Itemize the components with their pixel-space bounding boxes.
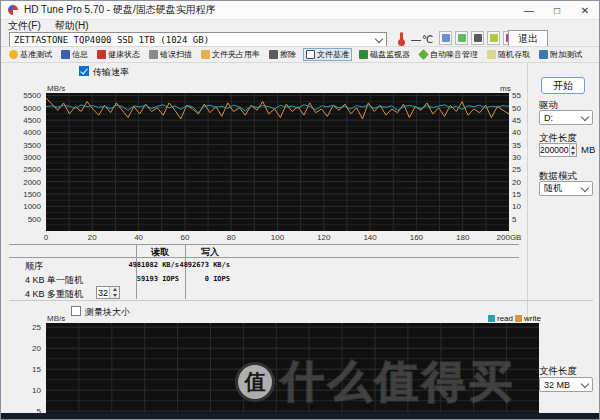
extra-tests-icon: [539, 50, 548, 59]
table-border: [185, 244, 186, 299]
maximize-button[interactable]: □: [543, 1, 571, 19]
x-axis-tick-label: 160: [410, 233, 423, 242]
menu-file[interactable]: 文件(F): [1, 19, 48, 33]
stepper-arrows[interactable]: [109, 287, 119, 298]
toolbar-item-erase[interactable]: 擦除: [267, 48, 298, 61]
toolbar-item-benchmark[interactable]: 基准测试: [7, 48, 54, 61]
y-axis-right-tick-label: 50: [512, 104, 521, 113]
toolbar-item-health[interactable]: 健康状态: [95, 48, 142, 61]
hd-tune-window: HD Tune Pro 5.70 - 硬盘/固态硬盘实用程序 — □ ✕ 文件(…: [0, 0, 600, 420]
save-button[interactable]: [487, 31, 500, 45]
toolbar-item-random-access[interactable]: 随机存取: [485, 48, 532, 61]
chevron-down-icon: [375, 34, 383, 42]
table-header-read: 读取: [138, 246, 182, 259]
transfer-rate-chart: [46, 93, 509, 231]
main-chart-y-left-unit: MB/s: [47, 84, 65, 93]
legend-read: read: [488, 314, 513, 323]
y-axis-right-tick-label: 5: [512, 215, 516, 224]
y-axis-tick-label: 2500: [23, 165, 41, 174]
save-icon: [490, 34, 498, 42]
exit-button[interactable]: 退出: [508, 30, 548, 47]
y-axis-tick-label: 3500: [23, 141, 41, 150]
device-icon-buttons: [439, 31, 516, 45]
toolbar-item-file-benchmark[interactable]: 文件基准: [303, 48, 352, 61]
x-axis-tick-label: 120: [317, 233, 330, 242]
close-button[interactable]: ✕: [571, 1, 599, 19]
y-axis-right-tick-label: 25: [512, 165, 521, 174]
sequential-read-value: 4981082 KB/s: [128, 261, 179, 269]
drive-dropdown-value: D:: [544, 113, 553, 123]
data-mode-dropdown[interactable]: 随机: [539, 181, 593, 196]
toolbar-item-label: 随机存取: [498, 49, 530, 60]
copy-text-button[interactable]: [439, 31, 452, 45]
chevron-down-icon: [581, 112, 589, 120]
minimize-button[interactable]: —: [515, 1, 543, 19]
y-axis-tick-label: 5500: [23, 91, 41, 100]
random-access-icon: [487, 50, 496, 59]
toolbar-item-extra-tests[interactable]: 附加测试: [537, 48, 584, 61]
block-size-checkbox[interactable]: [71, 306, 81, 316]
x-axis-tick-label: 60: [180, 233, 189, 242]
y-axis-tick-label: 4000: [23, 128, 41, 137]
window-title: HD Tune Pro 5.70 - 硬盘/固态硬盘实用程序: [24, 3, 515, 17]
toolbar-item-folder-usage[interactable]: 文件夹占用率: [199, 48, 262, 61]
aam-icon: [418, 49, 429, 60]
y-axis-right-tick-label: 20: [512, 178, 521, 187]
stepper-arrows[interactable]: [569, 144, 576, 156]
benchmark-icon: [9, 50, 18, 59]
toolbar-item-aam[interactable]: 自动噪音管理: [417, 48, 480, 61]
device-dropdown-value: ZETTASTONE TQP4000 SSD 1TB (1024 GB): [14, 35, 209, 45]
arrow-down-icon: [571, 152, 575, 155]
table-row-label: 顺序: [25, 260, 43, 273]
copy-text-icon: [442, 34, 450, 42]
arrow-up-icon: [113, 288, 117, 291]
legend-read-label: read: [497, 314, 513, 323]
camera-button[interactable]: [471, 31, 484, 45]
thermometer-icon: [397, 32, 407, 46]
toolbar-item-label: 文件夹占用率: [212, 49, 260, 60]
start-button[interactable]: 开始: [541, 77, 585, 94]
device-dropdown[interactable]: ZETTASTONE TQP4000 SSD 1TB (1024 GB): [9, 32, 387, 47]
menu-help[interactable]: 帮助(H): [48, 19, 96, 33]
transfer-rate-checkbox[interactable]: [79, 66, 89, 76]
legend-write: write: [515, 314, 541, 323]
x-axis-tick-label: 140: [363, 233, 376, 242]
read-swatch-icon: [488, 315, 495, 322]
x-axis-tick-label: 180: [456, 233, 469, 242]
disk-monitor-icon: [359, 50, 368, 59]
toolbar-item-disk-monitor[interactable]: 磁盘监视器: [357, 48, 412, 61]
toolbar-item-label: 文件基准: [317, 49, 349, 60]
y-axis-tick-label: 2000: [23, 178, 41, 187]
folder-usage-icon: [201, 50, 210, 59]
y-axis-tick-label: 5000: [23, 104, 41, 113]
toolbar-item-label: 健康状态: [108, 49, 140, 60]
toolbar-item-error-scan[interactable]: 错误扫描: [147, 48, 194, 61]
x-axis-tick-label: 20: [88, 233, 97, 242]
multi-random-count-stepper[interactable]: 32: [96, 286, 120, 299]
random-read-value: 59193 IOPS: [137, 275, 179, 283]
info-icon: [61, 50, 70, 59]
chevron-down-icon: [581, 379, 589, 387]
toolbar-item-info[interactable]: 信息: [59, 48, 90, 61]
toolbar-item-label: 信息: [72, 49, 88, 60]
camera-icon: [474, 34, 482, 42]
copy-image-button[interactable]: [455, 31, 468, 45]
transfer-rate-label: 传输速率: [93, 66, 129, 79]
x-axis-tick-label: 100: [271, 233, 284, 242]
table-border: [9, 257, 519, 258]
file-length-stepper[interactable]: 200000: [539, 143, 577, 157]
x-axis-tick-label: 200GB: [497, 233, 522, 242]
table-row-label: 4 KB 单一随机: [25, 274, 83, 287]
y-axis-right-tick-label: 45: [512, 116, 521, 125]
arrow-down-icon: [113, 294, 117, 297]
table-border: [9, 244, 519, 245]
x-axis-tick-label: 0: [44, 233, 48, 242]
drive-dropdown[interactable]: D:: [539, 110, 593, 125]
block-file-length-dropdown[interactable]: 32 MB: [539, 377, 593, 392]
y-axis-tick-label: 500: [28, 215, 41, 224]
file-length-unit: MB: [581, 144, 595, 155]
divider: [9, 300, 593, 301]
toolbar-item-label: 擦除: [280, 49, 296, 60]
main-chart-y-right-unit: ms: [500, 84, 511, 93]
y-axis-tick-label: 3000: [23, 153, 41, 162]
